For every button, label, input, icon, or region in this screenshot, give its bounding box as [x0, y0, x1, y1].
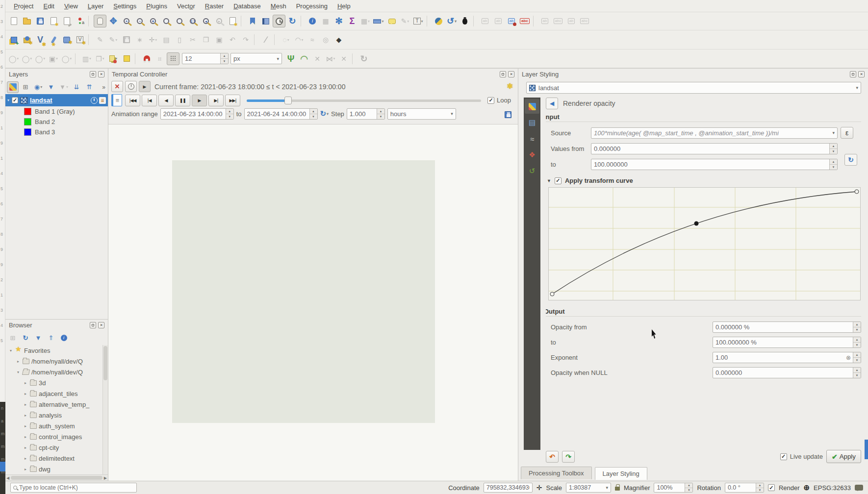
step-field[interactable]: ▲▼	[347, 108, 385, 120]
browser-tree-item[interactable]: ▸auth_system	[5, 420, 102, 431]
opacity-from-input[interactable]	[715, 323, 851, 331]
coordinate-field[interactable]	[484, 483, 533, 493]
coordinate-capture-icon[interactable]: ✛	[536, 484, 542, 492]
magnifier-input[interactable]	[657, 484, 683, 491]
fixed-range-button[interactable]	[125, 81, 137, 92]
coordinate-input[interactable]	[486, 484, 530, 491]
refresh-browser-icon[interactable]: ↻	[20, 332, 31, 344]
current-edits-icon[interactable]: ✎	[107, 33, 120, 46]
transparency-tab-icon[interactable]: ▤	[525, 115, 539, 130]
open-layer-styling-icon[interactable]	[7, 81, 19, 93]
label-pin-icon[interactable]: ab	[505, 15, 518, 27]
source-field[interactable]: 100*minute(age( @map_start_time , @anima…	[591, 127, 838, 139]
copy-paste-style-icon[interactable]: ❐	[94, 52, 106, 65]
curve-digitize-icon[interactable]: ◠	[293, 33, 306, 46]
plugin-manager-icon[interactable]: ↺	[445, 15, 458, 27]
opacity-from-field[interactable]: ▲▼	[713, 321, 861, 333]
menu-item[interactable]: Mesh	[266, 1, 291, 11]
close-panel-icon[interactable]: ✕	[98, 322, 104, 328]
cad-clear-icon[interactable]: ✕	[337, 52, 350, 65]
zoom-last-icon[interactable]: ◂	[200, 15, 212, 27]
extra-digitize-icon[interactable]: ◎	[319, 33, 332, 46]
exponent-field[interactable]: ⊗ ▲▼	[713, 352, 861, 363]
browser-tree-item[interactable]: ▸control_images	[5, 431, 102, 442]
exponent-input[interactable]	[715, 354, 844, 361]
stream-digitize-icon[interactable]: ≈	[306, 33, 319, 46]
select-features-icon[interactable]: ▦	[319, 15, 332, 27]
select-freehand-icon[interactable]: ◯	[34, 52, 47, 65]
close-panel-icon[interactable]: ✕	[508, 71, 514, 77]
expander-icon[interactable]: ▸	[23, 435, 28, 439]
pan-map-icon[interactable]	[94, 15, 106, 27]
menu-item[interactable]: View	[60, 1, 82, 11]
copy-features-icon[interactable]: ❐	[200, 33, 212, 46]
filter-legend-icon[interactable]: ▼	[45, 81, 57, 93]
rotation-field[interactable]: ▲▼	[725, 483, 764, 493]
browser-horizontal-scrollbar[interactable]: ◀▶	[5, 474, 108, 481]
cad-disable-icon[interactable]: ✕	[311, 52, 324, 65]
symbology-tab-icon[interactable]	[525, 99, 539, 114]
cad-construction-icon[interactable]: ⋈	[324, 52, 337, 65]
label-tool-disabled-3-icon[interactable]: ab	[538, 15, 551, 27]
properties-info-icon[interactable]: i	[58, 332, 70, 344]
expander-icon[interactable]: ▸	[23, 424, 28, 428]
values-to-input[interactable]	[594, 161, 827, 168]
spatial-bookmarks-icon[interactable]	[246, 15, 259, 27]
style-manager-icon[interactable]	[74, 15, 86, 27]
menu-item[interactable]: Database	[229, 1, 265, 11]
manage-map-themes-icon[interactable]: ◉	[32, 81, 44, 93]
zoom-native-icon[interactable]: 1:1	[186, 15, 199, 27]
deselect-icon[interactable]: ◯	[60, 52, 73, 65]
layer-band-item[interactable]: Band 2	[5, 117, 108, 127]
multiedit-icon[interactable]: ▥	[80, 52, 93, 65]
digitize-ruler-icon[interactable]: ∕	[259, 33, 272, 46]
opacity-to-spinner[interactable]: ▲▼	[853, 337, 861, 347]
skip-end-button[interactable]: ▶▶|	[225, 95, 240, 106]
play-backward-button[interactable]: ◀	[158, 95, 174, 106]
select-value-icon[interactable]: ◯	[21, 52, 33, 65]
play-forward-button[interactable]: ▶	[192, 95, 207, 106]
values-from-spinner[interactable]: ▲▼	[829, 144, 837, 154]
auxiliary-storage-icon[interactable]	[120, 52, 133, 65]
magnifier-field[interactable]: ▲▼	[654, 483, 693, 493]
menu-item[interactable]: Raster	[201, 1, 228, 11]
values-from-field[interactable]: ▲▼	[591, 143, 838, 154]
browser-vertical-scrollbar[interactable]	[102, 345, 108, 474]
zoom-to-layer-icon[interactable]	[173, 15, 186, 27]
live-update-checkbox[interactable]	[780, 453, 787, 460]
zoom-full-icon[interactable]: ✦	[147, 15, 159, 27]
dock-tab[interactable]: Processing Toolbox	[521, 467, 592, 479]
loop-checkbox[interactable]	[487, 97, 494, 104]
refresh-disabled-icon[interactable]: ↻	[357, 52, 370, 65]
copy-style-icon[interactable]	[107, 52, 120, 65]
new-print-layout-icon[interactable]	[47, 15, 60, 27]
statistics-icon[interactable]: Σ	[346, 15, 358, 27]
menu-item[interactable]: Vector	[173, 1, 200, 11]
range-start-field[interactable]: ▲▼	[160, 108, 234, 120]
styling-layer-combo[interactable]: landsat ▾	[526, 82, 861, 94]
dotted-toggle-icon[interactable]	[167, 52, 179, 65]
new-map-view-icon[interactable]	[226, 15, 239, 27]
expander-icon[interactable]: ▸	[23, 467, 28, 471]
step-unit-combo[interactable]: hours ▾	[387, 108, 456, 120]
magnifier-spinner[interactable]: ▲▼	[685, 483, 692, 492]
attributes-form-icon[interactable]: ▤	[160, 33, 173, 46]
expander-icon[interactable]: ▸	[23, 392, 28, 396]
add-feature-icon[interactable]: ∗	[133, 33, 146, 46]
select-form-icon[interactable]: ◯	[7, 52, 20, 65]
pyramids-tab-icon[interactable]: ❖	[525, 148, 539, 162]
values-to-field[interactable]: ▲▼	[591, 159, 838, 170]
menu-item[interactable]: Edit	[39, 1, 58, 11]
rotation-spinner[interactable]: ▲▼	[756, 483, 764, 492]
curve-end-handle[interactable]	[855, 190, 859, 194]
paste-features-icon[interactable]: ▣	[213, 33, 226, 46]
identify-features-icon[interactable]: i	[306, 15, 319, 27]
float-panel-icon[interactable]	[850, 71, 856, 77]
undo-icon[interactable]: ↶	[226, 33, 239, 46]
attribute-table-icon[interactable]: ▦	[359, 15, 372, 27]
temporal-off-button[interactable]: ✕	[111, 81, 123, 92]
expression-builder-button[interactable]: ε	[841, 127, 853, 139]
back-button[interactable]: ◀	[546, 98, 558, 109]
browser-tree-item[interactable]: ▾/home/nyall/dev/Q	[5, 367, 102, 377]
refresh-values-icon[interactable]: ↻	[844, 154, 857, 166]
